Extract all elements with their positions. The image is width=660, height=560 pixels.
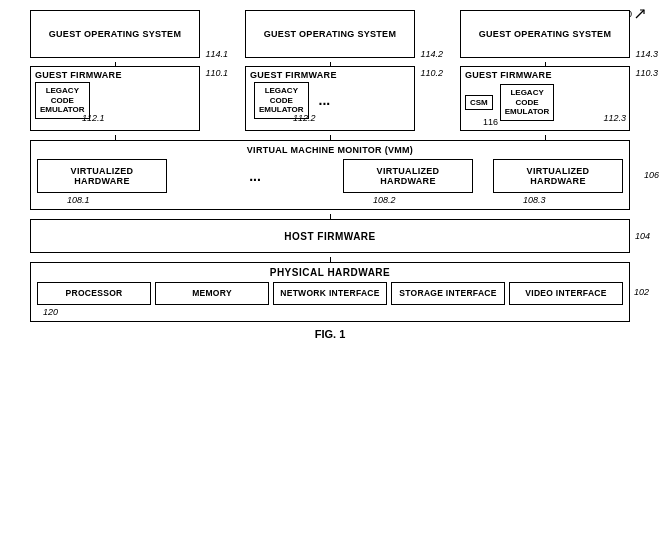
guest-fw-row: GUEST FIRMWARE LEGACYCODEEMULATOR 110.1 … [20, 66, 640, 131]
phys-hw-container: PHYSICAL HARDWARE PROCESSOR 120 MEMORY N… [30, 262, 630, 322]
storage-interface-wrapper: STORAGE INTERFACE [391, 282, 505, 305]
virt-hw-1: VIRTUALIZED HARDWARE [37, 159, 167, 193]
ref-114-2: 114.2 [420, 49, 443, 59]
guest-os-3-wrapper: GUEST OPERATING SYSTEM 114.3 [460, 10, 630, 58]
processor-wrapper: PROCESSOR 120 [37, 282, 151, 305]
ref-112-2: 112.2 [293, 113, 316, 123]
guest-fw-3-title: GUEST FIRMWARE [461, 67, 629, 82]
memory-wrapper: MEMORY [155, 282, 269, 305]
memory-box: MEMORY [155, 282, 269, 305]
ref-108-2: 108.2 [373, 195, 396, 205]
fig-caption: FIG. 1 [20, 328, 640, 340]
guest-fw-1-title: GUEST FIRMWARE [31, 67, 199, 82]
guest-fw-3-wrapper: GUEST FIRMWARE CSM LEGACYCODEEMULATOR 11… [460, 66, 630, 131]
virt-hw-2-wrapper: VIRTUALIZED HARDWARE 108.2 [343, 159, 473, 193]
legacy-code-3: LEGACYCODEEMULATOR [500, 84, 555, 121]
video-interface-box: VIDEO INTERFACE [509, 282, 623, 305]
storage-interface-box: STORAGE INTERFACE [391, 282, 505, 305]
phys-hw-title: PHYSICAL HARDWARE [37, 267, 623, 278]
ref-114-3: 114.3 [635, 49, 658, 59]
ref-110-1: 110.1 [205, 68, 228, 78]
guest-fw-2: GUEST FIRMWARE LEGACYCODEEMULATOR ... [245, 66, 415, 131]
ref-106: 106 [644, 170, 659, 180]
ref-110-2: 110.2 [420, 68, 443, 78]
processor-box: PROCESSOR [37, 282, 151, 305]
guest-os-row: GUEST OPERATING SYSTEM 114.1 GUEST OPERA… [20, 10, 640, 58]
vmm-inner-row: VIRTUALIZED HARDWARE 108.1 ... VIRTUALIZ… [37, 159, 623, 193]
ref-120: 120 [43, 307, 58, 317]
guest-os-2: GUEST OPERATING SYSTEM [245, 10, 415, 58]
phys-hw-inner: PROCESSOR 120 MEMORY NETWORK INTERFACE S… [37, 282, 623, 305]
dots-fw-2: ... [319, 92, 331, 108]
virt-hw-3: VIRTUALIZED HARDWARE [493, 159, 623, 193]
virt-hw-3-wrapper: VIRTUALIZED HARDWARE 108.3 [493, 159, 623, 193]
guest-fw-1: GUEST FIRMWARE LEGACYCODEEMULATOR [30, 66, 200, 131]
guest-os-2-wrapper: GUEST OPERATING SYSTEM 114.2 [245, 10, 415, 58]
ref-116: 116 [483, 117, 498, 127]
ref-arrow-icon [634, 8, 646, 20]
ref-108-1: 108.1 [67, 195, 90, 205]
diagram-container: 100 GUEST OPERATING SYSTEM 114.1 GUEST O… [0, 0, 660, 560]
ref-108-3: 108.3 [523, 195, 546, 205]
host-fw-box: HOST FIRMWARE [30, 219, 630, 253]
guest-os-1-wrapper: GUEST OPERATING SYSTEM 114.1 [30, 10, 200, 58]
guest-os-1: GUEST OPERATING SYSTEM [30, 10, 200, 58]
csm-box: CSM [465, 95, 493, 110]
svg-line-0 [636, 10, 644, 18]
vmm-container: VIRTUAL MACHINE MONITOR (VMM) VIRTUALIZE… [30, 140, 630, 210]
video-interface-wrapper: VIDEO INTERFACE [509, 282, 623, 305]
guest-fw-1-wrapper: GUEST FIRMWARE LEGACYCODEEMULATOR 110.1 … [30, 66, 200, 131]
vmm-dots: ... [167, 168, 343, 184]
ref-112-1: 112.1 [82, 113, 105, 123]
ref-102: 102 [634, 287, 649, 297]
network-interface-box: NETWORK INTERFACE [273, 282, 387, 305]
guest-os-3: GUEST OPERATING SYSTEM [460, 10, 630, 58]
ref-104: 104 [635, 231, 650, 241]
network-interface-wrapper: NETWORK INTERFACE [273, 282, 387, 305]
vmm-title: VIRTUAL MACHINE MONITOR (VMM) [37, 145, 623, 155]
virt-hw-1-wrapper: VIRTUALIZED HARDWARE 108.1 [37, 159, 167, 193]
host-fw-row: HOST FIRMWARE 104 [30, 219, 630, 253]
guest-fw-2-wrapper: GUEST FIRMWARE LEGACYCODEEMULATOR ... 11… [245, 66, 415, 131]
ref-112-3: 112.3 [603, 113, 626, 123]
guest-fw-2-title: GUEST FIRMWARE [246, 67, 414, 82]
ref-110-3: 110.3 [635, 68, 658, 78]
ref-114-1: 114.1 [205, 49, 228, 59]
virt-hw-2: VIRTUALIZED HARDWARE [343, 159, 473, 193]
